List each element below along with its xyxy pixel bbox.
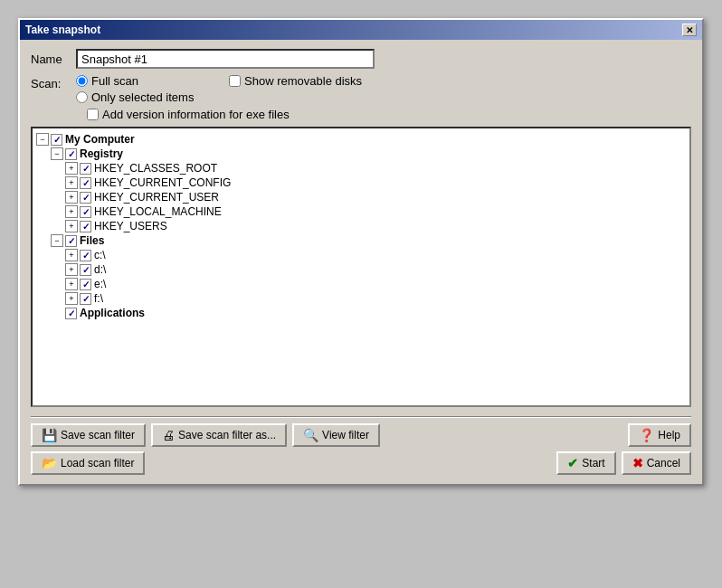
tree-item-hkcc[interactable]: + HKEY_CURRENT_CONFIG [65, 175, 686, 190]
check-hkcr[interactable] [80, 163, 91, 175]
check-hklm[interactable] [80, 206, 91, 218]
check-registry[interactable] [65, 148, 77, 160]
help-button[interactable]: ❓ Help [628, 423, 691, 447]
full-scan-radio[interactable] [76, 75, 88, 87]
tree-item-hkcr[interactable]: + HKEY_CLASSES_ROOT [65, 161, 686, 175]
expand-files[interactable]: − [51, 234, 63, 247]
label-hkcc: HKEY_CURRENT_CONFIG [94, 176, 231, 189]
full-scan-label: Full scan [91, 74, 138, 88]
load-filter-icon: 📂 [42, 456, 57, 470]
name-label: Name [31, 52, 76, 66]
check-applications[interactable] [65, 308, 77, 319]
add-version-label: Add version information for exe files [102, 108, 290, 121]
name-input[interactable] [76, 49, 375, 69]
expand-e[interactable]: + [65, 278, 78, 290]
tree-item-hkcu[interactable]: + HKEY_CURRENT_USER [65, 190, 686, 204]
label-e: e:\ [94, 278, 106, 290]
check-hku[interactable] [80, 221, 91, 232]
tree-item-hklm[interactable]: + HKEY_LOCAL_MACHINE [65, 204, 686, 219]
check-hkcc[interactable] [80, 177, 91, 189]
view-filter-label: View filter [322, 429, 369, 441]
label-files: Files [80, 234, 104, 247]
save-filter-label: Save scan filter [61, 429, 135, 441]
expand-hkcr[interactable]: + [65, 162, 78, 175]
help-icon: ❓ [639, 428, 654, 442]
expand-d[interactable]: + [65, 263, 78, 276]
tree-item-c[interactable]: + c:\ [65, 248, 686, 262]
show-removable-option[interactable]: Show removable disks [229, 74, 362, 88]
tree-item-e[interactable]: + e:\ [65, 277, 686, 291]
save-scan-filter-as-button[interactable]: 🖨 Save scan filter as... [151, 423, 287, 447]
start-label: Start [582, 457, 604, 469]
view-filter-icon: 🔍 [303, 428, 318, 442]
cancel-x-icon: ✖ [632, 456, 643, 470]
close-button[interactable]: ✕ [682, 24, 697, 36]
tree-item-registry[interactable]: − Registry [51, 147, 686, 161]
dialog-title: Take snapshot [25, 24, 100, 36]
check-f[interactable] [80, 293, 91, 305]
tree-item-d[interactable]: + d:\ [65, 262, 686, 277]
check-c[interactable] [80, 250, 91, 261]
only-selected-radio[interactable] [76, 91, 88, 103]
start-check-icon: ✔ [567, 456, 578, 470]
scan-label: Scan: [31, 74, 76, 90]
cancel-button[interactable]: ✖ Cancel [622, 451, 691, 475]
tree-panel[interactable]: − My Computer − Registry + HKEY_CLASSES_… [31, 127, 691, 407]
save-filter-as-label: Save scan filter as... [178, 429, 276, 441]
label-hku: HKEY_USERS [94, 220, 167, 232]
expand-hku[interactable]: + [65, 220, 78, 232]
only-selected-label: Only selected items [91, 90, 194, 104]
expand-hkcc[interactable]: + [65, 176, 78, 189]
expand-f[interactable]: + [65, 292, 78, 305]
label-c: c:\ [94, 249, 106, 261]
load-scan-filter-button[interactable]: 📂 Load scan filter [31, 451, 145, 475]
start-button[interactable]: ✔ Start [556, 451, 615, 475]
divider [31, 416, 691, 418]
save-filter-as-icon: 🖨 [162, 428, 175, 442]
check-e[interactable] [80, 279, 91, 290]
add-version-checkbox[interactable] [87, 109, 99, 120]
show-removable-label: Show removable disks [244, 74, 362, 88]
check-hkcu[interactable] [80, 192, 91, 204]
label-hkcr: HKEY_CLASSES_ROOT [94, 162, 217, 175]
show-removable-checkbox[interactable] [229, 75, 241, 87]
full-scan-option[interactable]: Full scan [76, 74, 138, 88]
check-my-computer[interactable] [51, 134, 62, 146]
load-filter-label: Load scan filter [61, 457, 134, 469]
expand-registry[interactable]: − [51, 147, 63, 160]
tree-item-hku[interactable]: + HKEY_USERS [65, 219, 686, 233]
label-my-computer: My Computer [65, 133, 135, 146]
cancel-label: Cancel [647, 457, 680, 469]
only-selected-option[interactable]: Only selected items [76, 90, 362, 104]
view-filter-button[interactable]: 🔍 View filter [292, 423, 380, 447]
check-d[interactable] [80, 264, 91, 276]
expand-hklm[interactable]: + [65, 205, 78, 218]
help-label: Help [658, 429, 680, 441]
add-version-row[interactable]: Add version information for exe files [87, 108, 691, 121]
title-bar: Take snapshot ✕ [20, 20, 702, 40]
tree-item-f[interactable]: + f:\ [65, 291, 686, 306]
check-files[interactable] [65, 235, 77, 247]
label-f: f:\ [94, 292, 103, 305]
save-filter-icon: 💾 [42, 428, 57, 442]
tree-item-files[interactable]: − Files [51, 233, 686, 248]
expand-c[interactable]: + [65, 249, 78, 261]
scan-options: Full scan Show removable disks Only sele… [76, 74, 362, 104]
label-hkcu: HKEY_CURRENT_USER [94, 191, 219, 204]
name-row: Name [31, 49, 691, 69]
label-hklm: HKEY_LOCAL_MACHINE [94, 205, 222, 218]
take-snapshot-dialog: Take snapshot ✕ Name Scan: Full scan Sho… [18, 18, 704, 486]
label-d: d:\ [94, 263, 106, 276]
expand-hkcu[interactable]: + [65, 191, 78, 204]
expand-my-computer[interactable]: − [36, 133, 49, 146]
label-registry: Registry [80, 147, 123, 160]
save-scan-filter-button[interactable]: 💾 Save scan filter [31, 423, 146, 447]
label-applications: Applications [80, 307, 145, 319]
tree-item-my-computer[interactable]: − My Computer [36, 132, 686, 147]
tree-item-applications[interactable]: Applications [51, 306, 686, 320]
dialog-body: Name Scan: Full scan Show removable disk… [20, 40, 702, 484]
